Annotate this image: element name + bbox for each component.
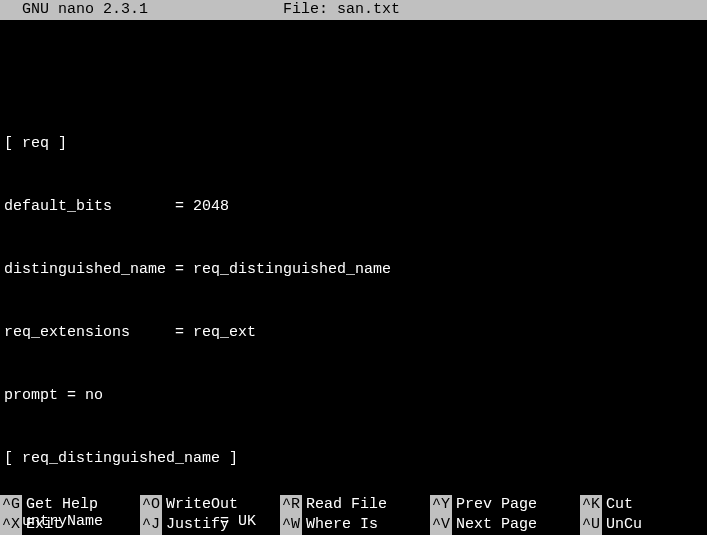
file-line: [ req_distinguished_name ] bbox=[4, 448, 703, 469]
shortcut-label: Read File bbox=[302, 495, 387, 515]
shortcut-uncut[interactable]: ^UUnCu bbox=[580, 515, 707, 535]
shortcut-label: Get Help bbox=[22, 495, 98, 515]
shortcut-get-help[interactable]: ^GGet Help bbox=[0, 495, 140, 515]
shortcut-label: WriteOut bbox=[162, 495, 238, 515]
file-line bbox=[4, 70, 703, 91]
shortcut-read-file[interactable]: ^RRead File bbox=[280, 495, 430, 515]
titlebar-spacer bbox=[148, 1, 283, 18]
shortcut-label: UnCu bbox=[602, 515, 642, 535]
shortcut-writeout[interactable]: ^OWriteOut bbox=[140, 495, 280, 515]
file-line: [ req ] bbox=[4, 133, 703, 154]
file-line: req_extensions = req_ext bbox=[4, 322, 703, 343]
shortcut-key: ^J bbox=[140, 515, 162, 535]
shortcut-key: ^R bbox=[280, 495, 302, 515]
shortcut-row: ^GGet Help ^OWriteOut ^RRead File ^YPrev… bbox=[0, 495, 707, 515]
shortcut-key: ^X bbox=[0, 515, 22, 535]
shortcut-label: Justify bbox=[162, 515, 229, 535]
shortcut-key: ^K bbox=[580, 495, 602, 515]
shortcut-bar: ^GGet Help ^OWriteOut ^RRead File ^YPrev… bbox=[0, 495, 707, 535]
shortcut-label: Cut bbox=[602, 495, 633, 515]
shortcut-key: ^Y bbox=[430, 495, 452, 515]
app-name: GNU nano 2.3.1 bbox=[4, 1, 148, 18]
shortcut-prev-page[interactable]: ^YPrev Page bbox=[430, 495, 580, 515]
shortcut-justify[interactable]: ^JJustify bbox=[140, 515, 280, 535]
shortcut-key: ^G bbox=[0, 495, 22, 515]
shortcut-exit[interactable]: ^XExit bbox=[0, 515, 140, 535]
shortcut-where-is[interactable]: ^WWhere Is bbox=[280, 515, 430, 535]
editor-content[interactable]: [ req ] default_bits = 2048 distinguishe… bbox=[0, 20, 707, 535]
shortcut-row: ^XExit ^JJustify ^WWhere Is ^VNext Page … bbox=[0, 515, 707, 535]
file-line: distinguished_name = req_distinguished_n… bbox=[4, 259, 703, 280]
shortcut-key: ^V bbox=[430, 515, 452, 535]
shortcut-label: Prev Page bbox=[452, 495, 537, 515]
shortcut-label: Next Page bbox=[452, 515, 537, 535]
file-name: File: san.txt bbox=[283, 1, 400, 18]
shortcut-key: ^W bbox=[280, 515, 302, 535]
file-line: default_bits = 2048 bbox=[4, 196, 703, 217]
titlebar: GNU nano 2.3.1 File: san.txt bbox=[0, 0, 707, 20]
shortcut-cut[interactable]: ^KCut bbox=[580, 495, 707, 515]
shortcut-key: ^O bbox=[140, 495, 162, 515]
terminal-window: GNU nano 2.3.1 File: san.txt [ req ] def… bbox=[0, 0, 707, 535]
shortcut-key: ^U bbox=[580, 515, 602, 535]
file-line: prompt = no bbox=[4, 385, 703, 406]
shortcut-label: Exit bbox=[22, 515, 62, 535]
shortcut-label: Where Is bbox=[302, 515, 378, 535]
shortcut-next-page[interactable]: ^VNext Page bbox=[430, 515, 580, 535]
